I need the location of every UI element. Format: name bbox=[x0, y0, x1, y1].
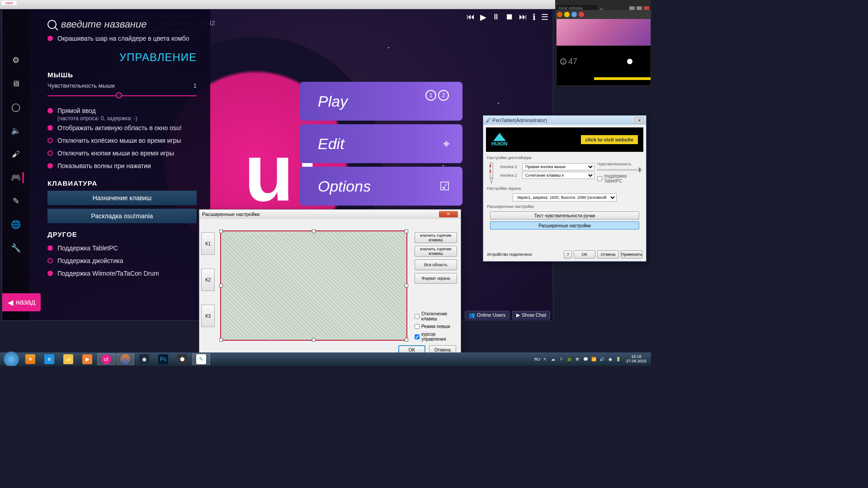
tray-clock[interactable]: 15:16 27.08.2015 bbox=[626, 355, 646, 364]
video-preview: 1 47 bbox=[556, 9, 651, 86]
left-handed-check[interactable]: Режим левши bbox=[415, 324, 457, 329]
play-button[interactable]: Play 1 2 bbox=[300, 82, 462, 121]
huion-logo: HUION bbox=[491, 133, 507, 146]
task-steam[interactable]: ◉ bbox=[135, 353, 153, 365]
show-chat-button[interactable]: ▶ Show Chat bbox=[512, 311, 550, 319]
opt-disable-buttons[interactable]: Отключить кнопки мыши во время игры bbox=[47, 147, 197, 160]
brush-icon[interactable]: 🖌 bbox=[10, 149, 21, 160]
cursor-control-check[interactable]: курсор управления bbox=[415, 332, 457, 342]
music-player-controls: ⏮ ▶ ⏸ ⏹ ⏭ ℹ ☰ bbox=[467, 12, 548, 22]
task-weather[interactable]: ☀ bbox=[21, 353, 39, 365]
combo-number: 1 47 bbox=[560, 57, 577, 66]
gamepad-icon[interactable]: 🎮 bbox=[13, 172, 24, 183]
gear-icon[interactable]: ⚙ bbox=[10, 55, 21, 66]
online-users-button[interactable]: 👥 Online Users bbox=[465, 311, 510, 319]
start-button[interactable] bbox=[4, 352, 19, 366]
task-osu[interactable]: o! bbox=[97, 353, 115, 365]
tabletpc-check[interactable]: поддержка TabletPC bbox=[597, 174, 642, 183]
options-button[interactable]: Options ☑ bbox=[300, 167, 462, 206]
apply-button[interactable]: Применить bbox=[621, 250, 642, 258]
enable-hotkeys-button[interactable]: ключить горячие клавиш bbox=[415, 232, 457, 243]
button2-select[interactable]: Правая кнопка мыши bbox=[522, 163, 594, 170]
task-ie[interactable]: e bbox=[40, 353, 58, 365]
options-search[interactable]: введите название bbox=[47, 19, 197, 30]
firefox-abp-icon[interactable] bbox=[579, 12, 584, 17]
opt-tabletpc[interactable]: Поддержка TabletPC bbox=[47, 242, 197, 254]
main-menu: Play 1 2 Edit ⌖ Options ☑ bbox=[300, 82, 462, 209]
button1-select[interactable]: Сочетание клавиш к bbox=[522, 172, 594, 179]
opt-disable-wheel[interactable]: Отключить колёсико мыши во время игры bbox=[47, 134, 197, 147]
tray-shield-icon[interactable]: ⛨ bbox=[575, 356, 581, 362]
dialog-titlebar[interactable]: Расширенные настройки ✕ bbox=[199, 210, 461, 219]
tray-volume-icon[interactable]: 🔊 bbox=[599, 356, 605, 362]
tablet-area[interactable] bbox=[220, 230, 407, 341]
tray-flag-icon[interactable]: ⚐ bbox=[558, 356, 565, 362]
stop-icon[interactable]: ⏹ bbox=[505, 12, 514, 22]
monitor-icon[interactable]: 🖥 bbox=[10, 78, 21, 89]
advanced-settings-button[interactable]: Расширенные настройки bbox=[490, 221, 639, 230]
tray-battery-icon[interactable]: 🔋 bbox=[615, 356, 622, 362]
test-pressure-button[interactable]: Тест чувствительности ручки bbox=[490, 211, 639, 220]
opt-joystick[interactable]: Поддержка джойстика bbox=[47, 254, 197, 267]
opt-map-area[interactable]: Отображать активную область в окно osu! bbox=[47, 122, 197, 134]
close-icon[interactable]: ✕ bbox=[635, 117, 643, 123]
next-icon[interactable]: ⏭ bbox=[519, 12, 527, 22]
options-sidebar: ⚙ 🖥 ◯ 🔈 🖌 🎮 ✎ 🌐 🔧 bbox=[2, 9, 29, 320]
key-k2[interactable]: K2 bbox=[201, 268, 215, 291]
disable-hotkeys-button[interactable]: ключить горячие клавиш bbox=[415, 246, 457, 257]
list-icon[interactable]: ☰ bbox=[541, 12, 548, 22]
key-k1[interactable]: K1 bbox=[201, 232, 215, 255]
ok-button[interactable]: OK bbox=[574, 250, 595, 258]
opt-ripples[interactable]: Показывать волны при нажатии bbox=[47, 160, 197, 172]
back-button[interactable]: ◀назад bbox=[2, 293, 41, 311]
firefox-bookmark-icon[interactable] bbox=[564, 12, 570, 17]
globe-icon[interactable]: 🌐 bbox=[10, 219, 21, 230]
digitizer-label: Настройки дигитайзера bbox=[483, 155, 646, 161]
opt-tint-slider-ball[interactable]: Окрашивать шар на слайдере в цвета комбо bbox=[47, 32, 197, 45]
osu-gameplay-preview: 1 47 bbox=[557, 46, 651, 77]
prev-icon[interactable]: ⏮ bbox=[467, 12, 475, 22]
tray-cursor-icon[interactable]: ↖ bbox=[542, 356, 548, 362]
task-media[interactable]: ▶ bbox=[78, 353, 96, 365]
pause-icon[interactable]: ⏸ bbox=[492, 12, 500, 22]
circle-icon[interactable]: ◯ bbox=[10, 102, 21, 113]
svg-rect-1 bbox=[490, 164, 491, 167]
sensitivity-value: 1 bbox=[193, 82, 197, 89]
mania-layout-button[interactable]: Раскладка osu!mania bbox=[47, 209, 197, 223]
pencil-icon[interactable]: ✎ bbox=[10, 196, 21, 206]
task-pentablet[interactable]: ✎ bbox=[192, 353, 210, 365]
sensitivity-slider[interactable] bbox=[47, 91, 197, 100]
edit-button[interactable]: Edit ⌖ bbox=[300, 124, 462, 163]
full-area-button[interactable]: Вся область bbox=[415, 259, 457, 270]
pentablet-titlebar[interactable]: 🖊 PenTablet(Administrator) ✕ bbox=[483, 116, 646, 125]
task-explorer[interactable]: 📁 bbox=[59, 353, 77, 365]
volume-icon[interactable]: 🔈 bbox=[10, 125, 21, 136]
visit-website-button[interactable]: click to visit website bbox=[581, 135, 638, 144]
screen-format-button[interactable]: Формат экрана bbox=[415, 273, 457, 284]
task-photoshop[interactable]: Ps bbox=[154, 353, 172, 365]
firefox-home-icon[interactable] bbox=[571, 12, 577, 17]
svg-marker-3 bbox=[490, 178, 493, 183]
close-icon[interactable]: ✕ bbox=[439, 211, 458, 217]
opt-wiimote[interactable]: Поддержка Wiimote/TaTaCon Drum bbox=[47, 267, 197, 280]
play-icon[interactable]: ▶ bbox=[480, 12, 486, 22]
tray-steam-icon[interactable]: ◉ bbox=[607, 356, 613, 362]
task-firefox[interactable] bbox=[116, 353, 134, 365]
tray-network-icon[interactable]: 📶 bbox=[591, 356, 597, 362]
wrench-icon[interactable]: 🔧 bbox=[10, 243, 21, 253]
pentablet-header: HUION click to visit website bbox=[486, 127, 643, 152]
task-unknown[interactable]: ⬢ bbox=[173, 353, 191, 365]
info-icon[interactable]: ℹ bbox=[533, 12, 536, 22]
subsection-mouse: МЫШЬ bbox=[47, 71, 197, 79]
disable-keys-check[interactable]: Отключение клавиш bbox=[415, 311, 457, 321]
tray-chat-icon[interactable]: 💬 bbox=[583, 356, 589, 362]
key-k3[interactable]: K3 bbox=[201, 305, 215, 327]
help-button[interactable]: ? bbox=[564, 250, 572, 258]
screen-select[interactable]: Экран1, ширина: 1920, Высота: 1080 (осно… bbox=[513, 193, 617, 202]
tray-cloud-icon[interactable]: ☁ bbox=[550, 356, 557, 362]
tray-lang[interactable]: RU bbox=[534, 357, 540, 361]
key-bindings-button[interactable]: Назначение клавиш bbox=[47, 191, 197, 205]
browser-tab-osu[interactable]: osu! bbox=[2, 1, 17, 5]
tray-nvidia-icon[interactable]: ▦ bbox=[566, 356, 573, 362]
cancel-button[interactable]: Отмена bbox=[597, 250, 619, 258]
